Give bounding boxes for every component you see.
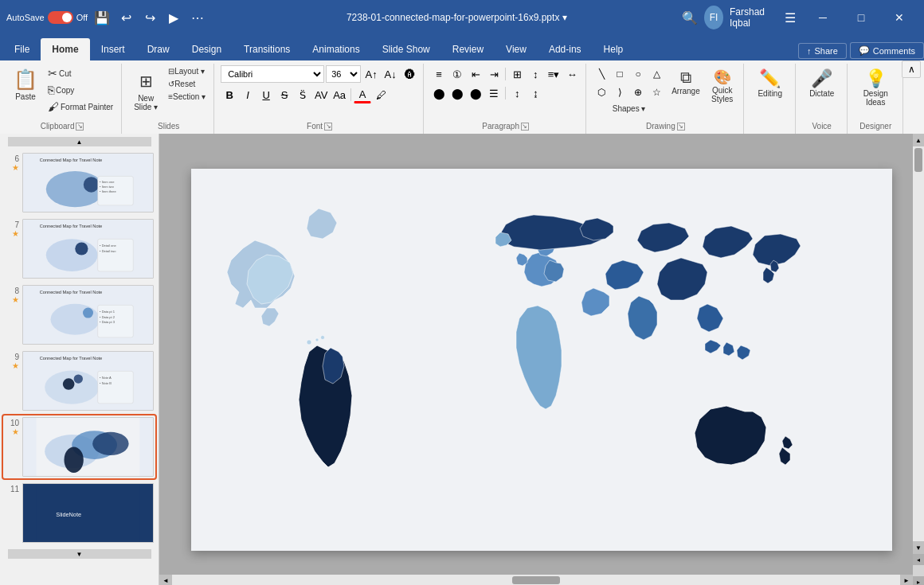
dictate-button[interactable]: 🎤 Dictate [802,65,842,101]
world-map-svg[interactable] [191,169,892,551]
font-size-increase[interactable]: A↑ [362,65,380,83]
section-button[interactable]: ≡ Section ▾ [165,91,209,103]
redo-button[interactable]: ↪ [140,8,159,27]
font-color-button[interactable]: A [354,86,371,103]
clear-formatting[interactable]: 🅐 [401,65,418,83]
shape-btn-1[interactable]: ╲ [593,65,610,83]
font-family-select[interactable]: Calibri [221,65,324,83]
paragraph-expand[interactable]: ↘ [521,123,529,131]
autosave-pill[interactable] [48,11,73,24]
align-left-button[interactable]: ⬤ [430,84,448,102]
slide-item-9[interactable]: 9 ★ Connected Map for Travel Note • Note… [3,349,155,412]
tab-animations[interactable]: Animations [301,38,370,60]
tab-addins[interactable]: Add-ins [538,38,593,60]
change-case-button[interactable]: Aa [331,86,348,103]
tab-transitions[interactable]: Transitions [233,38,301,60]
increase-indent-button[interactable]: ⇥ [485,65,503,83]
autosave-toggle[interactable]: AutoSave Off [6,11,88,24]
page-down-button[interactable]: ▸ [913,576,924,585]
decrease-indent-button[interactable]: ⇤ [467,65,484,83]
ribbon-collapse-button[interactable]: ∧ [902,60,921,78]
tab-draw[interactable]: Draw [136,38,181,60]
panel-scroll-up[interactable]: ▲ [8,137,151,146]
close-button[interactable]: ✕ [881,5,918,30]
h-scroll-thumb[interactable] [512,576,560,584]
tab-insert[interactable]: Insert [90,38,136,60]
scroll-up-button[interactable]: ▲ [913,134,924,146]
layout-button[interactable]: ⊟ Layout ▾ [165,65,209,77]
design-ideas-button[interactable]: 💡 Design Ideas [854,65,898,110]
format-painter-button[interactable]: 🖌Format Painter [45,99,116,115]
font-expand[interactable]: ↘ [324,123,332,131]
italic-button[interactable]: I [239,86,256,103]
slide-item-7[interactable]: 7 ★ Connected Map for Travel Note • Deta… [3,217,155,280]
convert-button[interactable]: ↔ [563,65,581,83]
shape-btn-6[interactable]: ⟩ [611,84,628,101]
line-spacing-button[interactable]: ↕ [508,84,526,102]
align-center-button[interactable]: ⬤ [448,84,466,102]
new-slide-button[interactable]: ⊞ New Slide ▾ [128,65,163,115]
shadow-button[interactable]: S̈ [294,86,311,103]
minimize-button[interactable]: ─ [805,5,841,30]
slide-item-6[interactable]: 6 ★ Connected Map for Travel Note • Item… [3,151,155,214]
tab-design[interactable]: Design [181,38,233,60]
more-button[interactable]: ⋯ [188,8,207,27]
shapes-more-button[interactable]: Shapes ▾ [593,103,665,115]
slide-item-11[interactable]: 11 ★ SlideNote [3,482,155,544]
search-button[interactable]: 🔍 [682,8,698,27]
numbering-button[interactable]: ① [448,65,466,83]
save-button[interactable]: 💾 [92,8,112,27]
text-direction-button[interactable]: ↕ [527,65,544,83]
justify-button[interactable]: ☰ [485,84,503,102]
paste-button[interactable]: 📋 Paste [8,65,43,104]
clipboard-expand[interactable]: ↘ [76,123,84,131]
tab-slideshow[interactable]: Slide Show [371,38,441,60]
avatar[interactable]: FI [704,6,723,29]
tab-view[interactable]: View [495,38,538,60]
bold-button[interactable]: B [221,86,238,103]
bullets-button[interactable]: ≡ [430,65,448,83]
align-right-button[interactable]: ⬤ [467,84,484,102]
shape-btn-8[interactable]: ☆ [648,84,665,101]
strikethrough-button[interactable]: S [276,86,293,103]
columns-button[interactable]: ⊞ [508,65,526,83]
editing-button[interactable]: ✏️ Editing [750,65,790,101]
para-spacing-button[interactable]: ↨ [527,84,544,102]
scroll-right-button[interactable]: ► [900,575,913,585]
align-text-button[interactable]: ≡▾ [545,65,562,83]
panel-scroll-down[interactable]: ▼ [8,549,151,559]
shape-btn-4[interactable]: △ [648,65,665,83]
ribbon-display-button[interactable]: ☰ [783,8,798,27]
slide-item-8[interactable]: 8 ★ Connected Map for Travel Note • Data… [3,283,155,346]
shape-btn-7[interactable]: ⊕ [629,84,647,101]
quick-styles-button[interactable]: 🎨 Quick Styles [707,65,738,107]
scroll-thumb[interactable] [914,148,922,172]
drawing-expand[interactable]: ↘ [677,123,685,131]
tab-help[interactable]: Help [593,38,635,60]
cut-button[interactable]: ✂Cut [45,65,116,81]
comments-button[interactable]: 💬 Comments [850,42,924,59]
tab-home[interactable]: Home [41,38,89,60]
copy-button[interactable]: ⎘Copy [45,82,116,98]
page-up-button[interactable]: ◂ [913,554,924,565]
tab-file[interactable]: File [3,38,41,60]
shape-btn-3[interactable]: ○ [629,65,647,83]
shape-btn-5[interactable]: ⬡ [593,84,610,101]
shape-btn-2[interactable]: □ [611,65,628,83]
arrange-button[interactable]: ⧉ Arrange [667,65,705,99]
scroll-down-button[interactable]: ▼ [913,541,924,554]
char-spacing-button[interactable]: AV [312,86,330,103]
undo-button[interactable]: ↩ [116,8,135,27]
present-button[interactable]: ▶ [164,8,183,27]
slide-item-10[interactable]: 10 ★ [3,415,155,478]
underline-button[interactable]: U [257,86,275,103]
font-size-select[interactable]: 36 [326,65,361,83]
font-size-decrease[interactable]: A↓ [382,65,399,83]
reset-button[interactable]: ↺ Reset [165,78,209,90]
dropdown-arrow[interactable]: ▾ [562,12,567,23]
share-button[interactable]: ↑ Share [798,43,847,59]
highlight-button[interactable]: 🖊 [372,86,390,103]
scroll-left-button[interactable]: ◄ [159,575,172,585]
tab-review[interactable]: Review [441,38,495,60]
maximize-button[interactable]: □ [843,5,879,30]
